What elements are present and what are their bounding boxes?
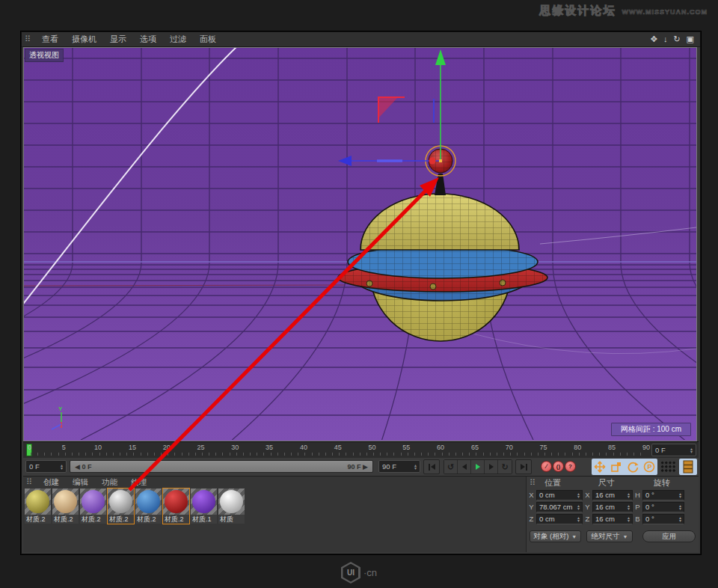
next-frame-button[interactable] <box>485 460 498 474</box>
ruler-tick-75: 75 <box>539 444 547 451</box>
scale-tool-icon[interactable] <box>610 461 622 473</box>
rotation-input[interactable]: 0 °▴▾ <box>642 514 684 524</box>
palette-dots-icon[interactable] <box>660 461 675 473</box>
viewport-menu-2[interactable]: 显示 <box>103 34 133 45</box>
drag-handle-icon[interactable]: ⠿ <box>23 477 37 487</box>
size-axis-label: Y <box>584 503 591 511</box>
size-input[interactable]: 16 cm▴▾ <box>592 514 633 524</box>
material-swatch-2[interactable]: 材质.2 <box>80 489 106 524</box>
frame-range-slider[interactable]: ◀ 0 F 90 F ▶ <box>70 460 373 473</box>
ruler-tick-50: 50 <box>368 444 375 451</box>
next-key-button[interactable]: ↻ <box>498 460 512 474</box>
spinner-arrows-icon[interactable]: ▴▾ <box>679 492 681 498</box>
gizmo-center-dot <box>439 159 442 162</box>
material-thumb <box>135 489 162 515</box>
play-button[interactable] <box>471 460 485 474</box>
keyframe-options-button[interactable]: ? <box>565 461 576 472</box>
material-swatch-1[interactable]: 材质.2 <box>52 489 79 524</box>
materials-menu-0[interactable]: 创建 <box>37 477 66 488</box>
timeline-mode-icon[interactable] <box>679 459 697 475</box>
spinner-arrows-icon[interactable]: ▴▾ <box>577 504 580 510</box>
material-sphere-icon <box>165 490 188 513</box>
size-input[interactable]: 16 cm▴▾ <box>592 490 633 500</box>
goto-start-button[interactable] <box>423 459 440 474</box>
rotation-value: 0 ° <box>645 491 654 499</box>
spinner-arrows-icon[interactable]: ▴▾ <box>628 516 630 522</box>
size-input[interactable]: 16 cm▴▾ <box>592 502 633 512</box>
coordinates-tool-icon[interactable]: P <box>643 461 655 473</box>
spinner-arrows-icon[interactable]: ▴▾ <box>414 464 417 470</box>
x-axis-arrowhead <box>338 156 352 166</box>
watermark-site-url: WWW.MISSYUAN.COM <box>622 8 708 16</box>
position-input[interactable]: 0 cm▴▾ <box>536 490 583 500</box>
size-mode-button[interactable]: 绝对尺寸 ▼ <box>586 530 633 542</box>
range-end-label: 90 F ▶ <box>348 463 368 471</box>
transport-bar: 0 F ▴▾ ◀ 0 F 90 F ▶ 90 F ▴▾ ↺↻ ∕()? <box>23 458 699 476</box>
spinner-arrows-icon[interactable]: ▴▾ <box>61 464 63 470</box>
material-label: 材质.1 <box>191 515 217 524</box>
goto-end-button[interactable] <box>515 459 532 474</box>
ruler-tick-20: 20 <box>163 444 171 451</box>
spinner-arrows-icon[interactable]: ▴▾ <box>628 504 630 510</box>
rotation-input[interactable]: 0 °▴▾ <box>642 490 684 500</box>
ruler-frame-field[interactable]: 0 F ▴▾ <box>651 444 696 456</box>
materials-menu-1[interactable]: 编辑 <box>66 477 95 488</box>
rotate-view-icon[interactable]: ↻ <box>673 34 680 44</box>
maximize-view-icon[interactable]: ▣ <box>687 34 694 44</box>
end-frame-spinner[interactable]: 90 F ▴▾ <box>378 460 420 473</box>
spinner-arrows-icon[interactable]: ▴▾ <box>679 516 681 522</box>
timeline-ruler[interactable]: 051015202530354045505560657075808590 0 F… <box>23 441 699 458</box>
viewport-menu-3[interactable]: 选项 <box>133 34 163 45</box>
auto-keyframe-button[interactable]: () <box>553 461 564 472</box>
spinner-arrows-icon[interactable]: ▴▾ <box>577 492 580 498</box>
object-mode-button[interactable]: 对象 (相对) ▼ <box>530 530 581 542</box>
material-swatch-3[interactable]: 材质.2 <box>108 489 134 524</box>
drag-handle-icon[interactable]: ⠿ <box>527 478 537 488</box>
record-keyframe-button[interactable]: ∕ <box>541 461 552 472</box>
zoom-view-icon[interactable]: ↓ <box>663 34 668 44</box>
rotate-tool-icon[interactable] <box>627 461 639 473</box>
spinner-arrows-icon[interactable]: ▴▾ <box>628 492 630 498</box>
move-view-icon[interactable]: ✥ <box>651 34 657 44</box>
materials-menu-3[interactable]: 纹理 <box>124 477 153 488</box>
position-input[interactable]: 78.067 cm▴▾ <box>536 502 583 512</box>
material-swatch-0[interactable]: 材质.2 <box>25 489 51 524</box>
ruler-tick-10: 10 <box>94 444 102 451</box>
range-start-label: ◀ 0 F <box>75 463 91 471</box>
axis-gizmo[interactable] <box>338 49 446 166</box>
coordinate-row-0: X0 cm▴▾X16 cm▴▾H0 °▴▾ <box>528 489 697 500</box>
tr-shape-icon <box>521 464 525 470</box>
material-swatch-5[interactable]: 材质.2 <box>163 489 189 524</box>
apply-button[interactable]: 应用 <box>642 530 696 542</box>
scene-canvas: Y <box>24 48 696 440</box>
size-value: 16 cm <box>595 491 615 499</box>
size-header: 尺寸 <box>598 477 654 489</box>
spinner-arrows-icon[interactable]: ▴▾ <box>577 516 580 522</box>
viewport-menu-0[interactable]: 查看 <box>35 34 65 45</box>
spinner-arrows-icon[interactable]: ▴▾ <box>679 504 681 510</box>
viewport-menu-4[interactable]: 过滤 <box>163 34 193 45</box>
minor-ticks <box>31 453 646 456</box>
ruler-tick-30: 30 <box>231 444 239 451</box>
coordinates-headers: ⠿ 位置 尺寸 旋转 <box>527 477 699 489</box>
prev-frame-button[interactable] <box>458 460 471 474</box>
coordinates-panel: ⠿ 位置 尺寸 旋转 X0 cm▴▾X16 cm▴▾H0 °▴▾Y78.067 … <box>526 476 699 552</box>
viewport-menu-1[interactable]: 摄像机 <box>65 34 103 45</box>
move-tool-icon[interactable] <box>594 461 606 473</box>
logo-text: UI <box>343 564 358 582</box>
materials-menu-2[interactable]: 功能 <box>95 477 124 488</box>
position-input[interactable]: 0 cm▴▾ <box>536 514 583 524</box>
viewport-3d[interactable]: Y 透视视图 网格间距 : 100 cm <box>23 47 697 441</box>
size-axis-label: X <box>584 491 591 499</box>
current-frame-spinner[interactable]: 0 F ▴▾ <box>25 460 67 473</box>
prev-key-button[interactable]: ↺ <box>444 460 458 474</box>
ruler-tick-35: 35 <box>266 444 273 451</box>
drag-handle-icon[interactable]: ⠿ <box>22 34 35 44</box>
material-swatch-4[interactable]: 材质.2 <box>135 489 162 524</box>
viewport-menu-5[interactable]: 面板 <box>193 34 223 45</box>
material-swatch-6[interactable]: 材质.1 <box>191 489 217 524</box>
material-swatch-7[interactable]: 材质 <box>218 489 245 524</box>
position-axis-label: X <box>528 491 535 499</box>
rotation-input[interactable]: 0 °▴▾ <box>642 502 684 512</box>
spinner-arrows-icon[interactable]: ▴▾ <box>690 447 693 453</box>
